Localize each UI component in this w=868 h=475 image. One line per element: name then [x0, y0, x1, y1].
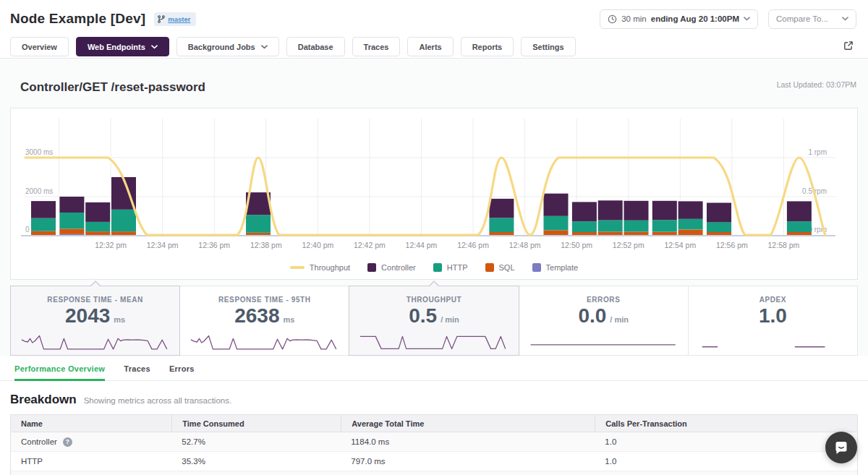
- page-body: Controller/GET /reset-password Last Upda…: [0, 59, 868, 356]
- nav-pill-background-jobs[interactable]: Background Jobs: [176, 37, 279, 56]
- legend-item-throughput: Throughput: [290, 263, 350, 272]
- metric-value-unit: ms: [284, 315, 295, 324]
- svg-text:12:46 pm: 12:46 pm: [457, 241, 489, 249]
- tabs-row: Performance OverviewTracesErrors: [0, 356, 868, 381]
- legend-item-template: Template: [532, 263, 579, 272]
- export-share-button[interactable]: [840, 38, 856, 56]
- help-icon[interactable]: ?: [63, 437, 72, 447]
- svg-text:2000 ms: 2000 ms: [25, 187, 53, 195]
- legend-label: SQL: [499, 263, 515, 272]
- metric-card-label: THROUGHPUT: [349, 296, 518, 304]
- legend-item-sql: SQL: [485, 263, 515, 272]
- breakdown-title: Breakdown: [10, 393, 77, 407]
- metric-card-throughput[interactable]: THROUGHPUT0.5/ min: [349, 286, 519, 356]
- row-name: HTTP: [21, 457, 43, 466]
- svg-text:12:48 pm: 12:48 pm: [509, 241, 541, 249]
- tab-performance-overview[interactable]: Performance Overview: [14, 364, 105, 380]
- metric-card-label: RESPONSE TIME - MEAN: [11, 296, 179, 304]
- row-avg-total-time: 797.0 ms: [341, 457, 595, 466]
- row-name: Controller: [21, 437, 57, 446]
- breakdown-subtitle: Showing metrics across all transactions.: [84, 396, 232, 405]
- nav-pill-settings[interactable]: Settings: [521, 37, 575, 56]
- nav-pill-label: Settings: [532, 43, 563, 51]
- metric-value-number: 1.0: [759, 304, 787, 327]
- endpoint-title: Controller/GET /reset-password: [20, 80, 205, 95]
- metric-card-value: 2638ms: [180, 306, 349, 326]
- git-branch-icon: [158, 14, 165, 24]
- metric-card-label: ERRORS: [519, 296, 688, 304]
- svg-text:1 rpm: 1 rpm: [808, 148, 827, 156]
- nav-pill-web-endpoints[interactable]: Web Endpoints: [76, 37, 169, 56]
- chat-widget-button[interactable]: [825, 432, 857, 463]
- app-title: Node Example [Dev]: [10, 11, 145, 27]
- metric-value-number: 2638: [234, 304, 279, 327]
- metric-sparkline: [357, 333, 511, 351]
- app-root: Node Example [Dev] master 30 min: [0, 0, 868, 475]
- svg-text:12:50 pm: 12:50 pm: [561, 241, 592, 249]
- table-row-sql: SQL?11.2%258.0 ms2.0: [11, 471, 857, 475]
- table-header-row: NameTime ConsumedAverage Total TimeCalls…: [11, 415, 857, 432]
- svg-text:3000 ms: 3000 ms: [25, 148, 53, 156]
- nav-pill-database[interactable]: Database: [286, 37, 345, 56]
- legend-label: HTTP: [447, 263, 468, 272]
- legend-swatch: [485, 263, 494, 272]
- legend-swatch: [367, 263, 376, 272]
- tab-errors[interactable]: Errors: [169, 364, 195, 380]
- chevron-down-icon: [842, 17, 848, 21]
- branch-label[interactable]: master: [168, 15, 190, 23]
- row-calls: 1.0: [595, 457, 857, 466]
- nav-pill-label: Database: [298, 43, 333, 51]
- metric-sparkline: [696, 333, 850, 351]
- legend-swatch: [433, 263, 442, 272]
- branch-badge[interactable]: master: [154, 12, 195, 26]
- column-header-time-consumed: Time Consumed: [171, 415, 341, 432]
- metric-value-number: 0.0: [578, 304, 606, 327]
- metric-card-label: RESPONSE TIME - 95TH: [180, 296, 349, 304]
- svg-text:12:44 pm: 12:44 pm: [406, 241, 438, 249]
- breakdown-table: NameTime ConsumedAverage Total TimeCalls…: [10, 414, 858, 475]
- row-avg-total-time: 1184.0 ms: [341, 437, 595, 446]
- legend-item-http: HTTP: [433, 263, 468, 272]
- metric-value-number: 0.5: [409, 304, 437, 327]
- time-range-button[interactable]: 30 min ending Aug 20 1:00PM: [600, 9, 758, 29]
- metric-card-response-time-mean[interactable]: RESPONSE TIME - MEAN2043ms: [10, 286, 180, 356]
- legend-swatch: [532, 263, 541, 272]
- metric-sparkline: [527, 333, 681, 351]
- overview-chart-card: 0 ms2000 ms3000 ms0 rpm0.5 rpm1 rpm12:32…: [10, 108, 858, 280]
- svg-text:12:32 pm: 12:32 pm: [95, 241, 127, 249]
- nav-pill-traces[interactable]: Traces: [352, 37, 401, 56]
- legend-item-controller: Controller: [367, 263, 416, 272]
- legend-label: Template: [546, 263, 579, 272]
- metric-value-unit: / min: [441, 315, 459, 324]
- metric-card-value: 0.0/ min: [519, 306, 688, 326]
- nav-pill-reports[interactable]: Reports: [461, 37, 514, 56]
- nav-pill-alerts[interactable]: Alerts: [407, 37, 453, 56]
- column-header-name: Name: [11, 415, 171, 432]
- time-range-ending: ending Aug 20 1:00PM: [651, 14, 739, 23]
- legend-label: Throughput: [310, 263, 350, 272]
- svg-text:12:56 pm: 12:56 pm: [716, 241, 748, 249]
- row-calls: 1.0: [595, 437, 857, 446]
- endpoint-header: Controller/GET /reset-password Last Upda…: [0, 59, 868, 108]
- row-time-consumed: 52.7%: [171, 437, 341, 446]
- metric-sparkline: [187, 333, 341, 351]
- chevron-down-icon: [151, 45, 158, 49]
- lower-section: Performance OverviewTracesErrors Breakdo…: [0, 356, 868, 475]
- title-row: Node Example [Dev] master 30 min: [10, 8, 856, 30]
- nav-pill-label: Background Jobs: [188, 43, 255, 51]
- nav-pill-label: Web Endpoints: [88, 43, 145, 51]
- metric-card-apdex[interactable]: APDEX1.0: [688, 286, 858, 356]
- metric-card-response-time-95th[interactable]: RESPONSE TIME - 95TH2638ms: [179, 286, 349, 356]
- compare-to-dropdown[interactable]: Compare To...: [768, 9, 856, 29]
- nav-row: OverviewWeb EndpointsBackground JobsData…: [10, 37, 856, 56]
- table-row-http: HTTP35.3%797.0 ms1.0: [11, 452, 857, 471]
- main-chart[interactable]: 0 ms2000 ms3000 ms0 rpm0.5 rpm1 rpm12:32…: [11, 108, 857, 256]
- svg-text:12:58 pm: 12:58 pm: [768, 241, 800, 249]
- time-range-prefix: 30 min: [621, 14, 647, 23]
- tab-traces[interactable]: Traces: [124, 364, 150, 380]
- nav-pill-overview[interactable]: Overview: [10, 37, 69, 56]
- nav-pill-label: Traces: [364, 43, 389, 51]
- svg-text:12:52 pm: 12:52 pm: [613, 241, 644, 249]
- compare-to-label: Compare To...: [776, 14, 828, 23]
- metric-card-errors[interactable]: ERRORS0.0/ min: [519, 286, 689, 356]
